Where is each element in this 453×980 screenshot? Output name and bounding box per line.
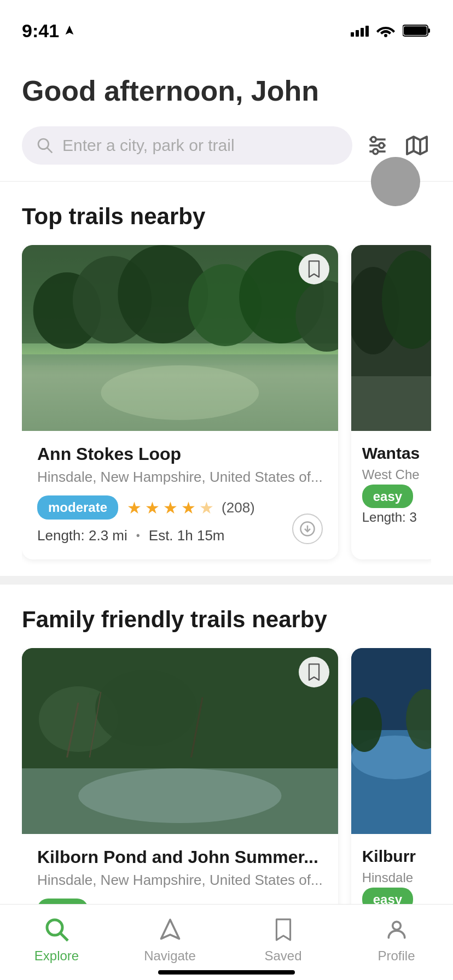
map-view-icon [404,132,430,159]
svg-line-5 [47,148,52,153]
difficulty-badge-1: moderate [37,495,118,520]
bookmark-button-3[interactable] [299,657,329,687]
saved-icon [269,915,298,944]
floating-circle [371,157,420,206]
profile-icon [382,915,411,944]
trail-image-overlay-4 [351,648,431,834]
trail-length-1: Length: 2.3 mi [37,527,127,544]
trail-image-bg-1 [22,245,338,431]
trail-length-2: Length: 3 [362,510,428,525]
nav-profile[interactable]: Profile [340,915,453,964]
trail-image-4 [351,648,431,834]
nav-saved[interactable]: Saved [226,915,340,964]
top-trails-title: Top trails nearby [22,203,431,230]
trail-card-wantas[interactable]: Wantas West Che easy Length: 3 [351,245,431,559]
svg-point-32 [95,670,197,746]
trail-location-2: West Che [362,467,428,482]
greeting-text: Good afternoon, John [22,75,431,107]
trail-meta-1: moderate ★ ★ ★ ★ ★ (208) [37,495,323,520]
time-display: 9:41 [22,20,59,42]
trail-image-overlay-3 [22,648,338,834]
trail-image-2 [351,245,431,431]
svg-rect-3 [404,26,427,35]
star-1-3: ★ [163,498,178,517]
trail-stats-1: Length: 2.3 mi • Est. 1h 15m [37,527,323,544]
download-icon-1 [299,521,316,537]
nav-label-profile: Profile [378,948,415,964]
family-trails-title: Family friendly trails nearby [22,606,431,633]
trail-name-4: Kilburr [362,847,428,866]
map-icon[interactable] [403,131,431,160]
search-placeholder: Enter a city, park or trail [62,136,235,155]
sliders-icon [365,133,390,158]
nav-navigate[interactable]: Navigate [113,915,226,964]
trail-card-image-1 [22,245,338,431]
location-arrow-icon [63,25,76,37]
trail-image-overlay-1 [22,245,338,431]
navigate-icon [156,915,184,944]
explore-search-icon [44,917,70,943]
status-icons [351,24,431,38]
trail-image-bg-3 [22,648,338,834]
bottom-nav: Explore Navigate Saved Profile [0,904,453,980]
review-count-1: (208) [222,499,255,516]
trail-location-3: Hinsdale, New Hampshire, United States o… [37,872,323,889]
svg-point-23 [101,365,259,420]
difficulty-badge-2: easy [362,485,413,508]
trail-card-ann-stokes[interactable]: Ann Stokes Loop Hinsdale, New Hampshire,… [22,245,338,559]
difficulty-wrap-2: easy [362,489,428,504]
svg-point-43 [47,920,62,935]
bookmark-button-1[interactable] [299,254,329,284]
svg-point-11 [373,149,378,154]
svg-rect-29 [351,376,431,431]
trail-image-overlay-2 [351,245,431,431]
star-1-5: ★ [199,498,214,517]
nav-explore[interactable]: Explore [0,915,113,964]
profile-person-icon [385,918,409,942]
trail-time-1: Est. 1h 15m [149,527,225,544]
explore-icon [43,915,71,944]
search-row: Enter a city, park or trail [22,126,431,165]
trail-name-2: Wantas [362,444,428,463]
signal-strength-icon [351,25,369,37]
trail-name-3: Kilborn Pond and John Summer... [37,847,323,867]
svg-point-37 [78,768,281,823]
trail-name-1: Ann Stokes Loop [37,444,323,464]
svg-point-0 [384,34,387,37]
trail-card-image-3 [22,648,338,834]
svg-point-9 [371,137,376,142]
nav-label-explore: Explore [34,948,79,964]
trail-location-1: Hinsdale, New Hampshire, United States o… [37,469,323,486]
star-1-4: ★ [181,498,196,517]
trail-card-partial-body-2: Wantas West Che easy Length: 3 [351,431,431,538]
status-bar: 9:41 [0,0,453,48]
saved-bookmark-icon [272,918,294,942]
svg-point-10 [379,143,384,148]
svg-point-45 [392,921,400,930]
wifi-icon [376,24,395,38]
battery-icon [403,24,431,37]
section-separator [0,576,453,585]
top-trails-cards: Ann Stokes Loop Hinsdale, New Hampshire,… [22,245,431,576]
status-time: 9:41 [22,20,76,42]
star-1-1: ★ [127,498,142,517]
nav-label-navigate: Navigate [144,948,196,964]
trail-card-kilburr[interactable]: Kilburr Hinsdale easy [351,648,431,946]
trail-card-kilborn[interactable]: Kilborn Pond and John Summer... Hinsdale… [22,648,338,946]
stat-dot-1: • [136,529,140,542]
svg-line-44 [61,934,68,941]
bookmark-icon-3 [306,663,322,681]
bookmark-icon-1 [306,260,322,278]
stars-row-1: ★ ★ ★ ★ ★ (208) [127,498,255,517]
download-button-1[interactable] [292,514,323,544]
navigate-arrow-icon [158,918,182,942]
nav-label-saved: Saved [264,948,301,964]
home-indicator [158,970,295,975]
search-icon [36,137,54,154]
svg-rect-2 [428,28,430,33]
trail-card-body-1: Ann Stokes Loop Hinsdale, New Hampshire,… [22,431,338,559]
search-input-wrap[interactable]: Enter a city, park or trail [22,126,352,165]
filter-icon[interactable] [363,131,392,160]
svg-point-4 [38,139,49,149]
trail-location-4: Hinsdale [362,870,428,885]
